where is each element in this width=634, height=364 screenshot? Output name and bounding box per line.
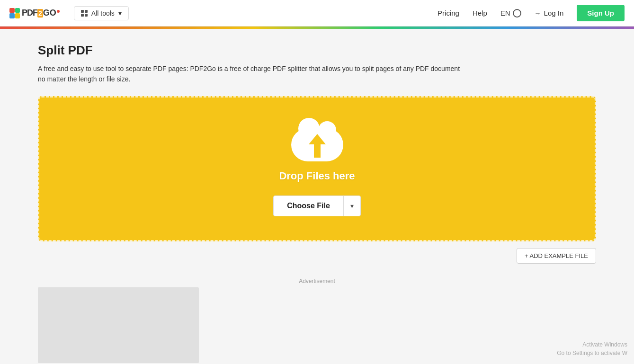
login-label: Log In <box>544 9 564 17</box>
login-arrow-icon: → <box>535 9 541 17</box>
add-example-file-button[interactable]: + ADD EXAMPLE FILE <box>517 248 596 264</box>
example-file-area: + ADD EXAMPLE FILE <box>38 248 596 264</box>
pricing-link[interactable]: Pricing <box>438 9 459 17</box>
lang-label: EN <box>500 9 510 17</box>
signup-button[interactable]: Sign Up <box>577 5 625 21</box>
upload-dropzone[interactable]: Drop Files here Choose File ▾ <box>38 96 596 241</box>
logo[interactable]: PDF 2 GO <box>9 8 60 18</box>
site-header: PDF 2 GO All tools ▾ Pricing Help EN → L… <box>0 0 634 27</box>
ad-placeholder <box>38 287 199 363</box>
chevron-down-icon: ▾ <box>118 9 122 17</box>
watermark-line1: Activate Windows <box>557 340 627 349</box>
logo-2go: 2 GO <box>37 8 60 18</box>
grid-icon <box>81 10 88 17</box>
drop-files-text: Drop Files here <box>279 170 355 182</box>
choose-file-label: Choose File <box>274 196 344 216</box>
page-description: A free and easy to use tool to separate … <box>38 63 464 85</box>
page-title: Split PDF <box>38 43 596 58</box>
help-link[interactable]: Help <box>473 9 487 17</box>
language-button[interactable]: EN <box>500 9 521 18</box>
login-button[interactable]: → Log In <box>535 9 564 17</box>
logo-text-pdf: PDF <box>22 8 37 18</box>
ad-section: Advertisement <box>38 278 596 363</box>
all-tools-label: All tools <box>91 9 115 17</box>
windows-watermark: Activate Windows Go to Settings to activ… <box>557 340 627 357</box>
logo-squares <box>9 8 20 18</box>
cloud-upload-icon <box>291 121 343 161</box>
watermark-line2: Go to Settings to activate W <box>557 349 627 357</box>
main-content: Split PDF A free and easy to use tool to… <box>0 29 634 364</box>
ad-label: Advertisement <box>38 278 596 284</box>
header-nav: Pricing Help EN → Log In Sign Up <box>438 5 625 21</box>
choose-file-dropdown-icon[interactable]: ▾ <box>344 196 360 215</box>
globe-icon <box>513 9 521 18</box>
all-tools-button[interactable]: All tools ▾ <box>74 6 129 20</box>
choose-file-button[interactable]: Choose File ▾ <box>273 195 361 216</box>
